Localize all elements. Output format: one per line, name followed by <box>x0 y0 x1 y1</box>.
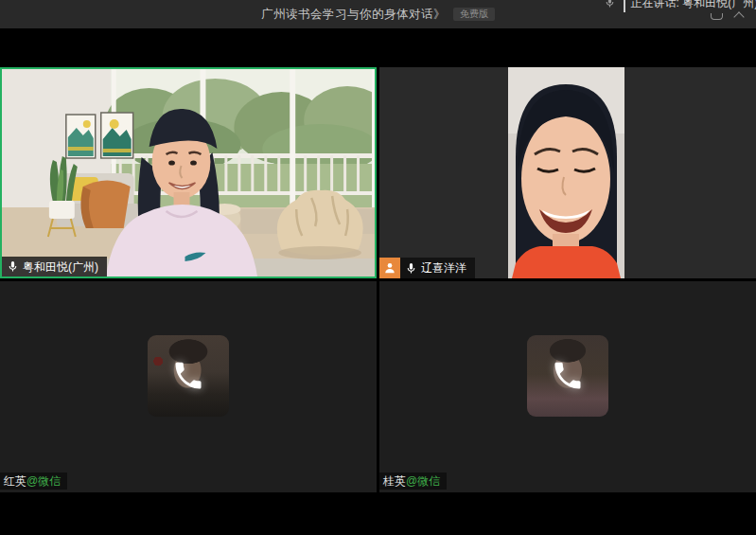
participant-name: 桂英 <box>383 474 406 488</box>
video-tile-participant-3[interactable]: 红英@微信 <box>0 281 377 492</box>
participant-name-tag: 桂英@微信 <box>379 473 447 490</box>
overlay-controls <box>711 11 743 21</box>
participant-name-tag: 红英@微信 <box>0 473 67 490</box>
participant-name: 红英 <box>4 474 26 488</box>
video-tile-participant-4[interactable]: 桂英@微信 <box>379 281 756 492</box>
participant-tag-row: 辽喜洋洋 <box>379 258 475 278</box>
participant-name: 粤和田悦(广州) <box>23 261 98 273</box>
speaking-indicator-text: 正在讲话: 粤和田悦(广州) <box>631 0 756 11</box>
mic-icon <box>405 262 417 275</box>
video-tile-participant-1[interactable]: 粤和田悦(广州) <box>0 67 377 278</box>
mic-icon <box>604 0 616 12</box>
wechat-channel-label: @微信 <box>26 474 61 488</box>
phone-icon <box>551 359 585 393</box>
participant-video-illustration <box>0 67 377 278</box>
video-tile-participant-2[interactable]: 辽喜洋洋 <box>379 67 756 278</box>
mic-icon <box>7 260 19 273</box>
meeting-title: 广州读书会学习与你的身体对话》 <box>261 7 446 23</box>
avatar <box>527 335 608 417</box>
participant-name-tag: 辽喜洋洋 <box>400 258 475 278</box>
participant-name: 辽喜洋洋 <box>421 262 466 274</box>
meeting-title-group: 广州读书会学习与你的身体对话》 免费版 <box>261 7 495 23</box>
wechat-channel-label: @微信 <box>406 474 440 488</box>
phone-icon <box>171 359 205 393</box>
free-version-badge: 免费版 <box>453 8 495 21</box>
meeting-window: 广州读书会学习与你的身体对话》 免费版 正在讲话: 粤和田悦(广州) <box>0 0 756 535</box>
participant-name-tag: 粤和田悦(广州) <box>2 257 107 276</box>
minimize-icon[interactable] <box>711 13 723 20</box>
avatar <box>148 335 229 417</box>
collapse-icon[interactable] <box>733 11 744 22</box>
host-badge-icon <box>379 258 400 278</box>
participant-video-illustration <box>508 67 624 278</box>
video-grid: 粤和田悦(广州) <box>0 67 756 492</box>
divider <box>624 0 625 12</box>
